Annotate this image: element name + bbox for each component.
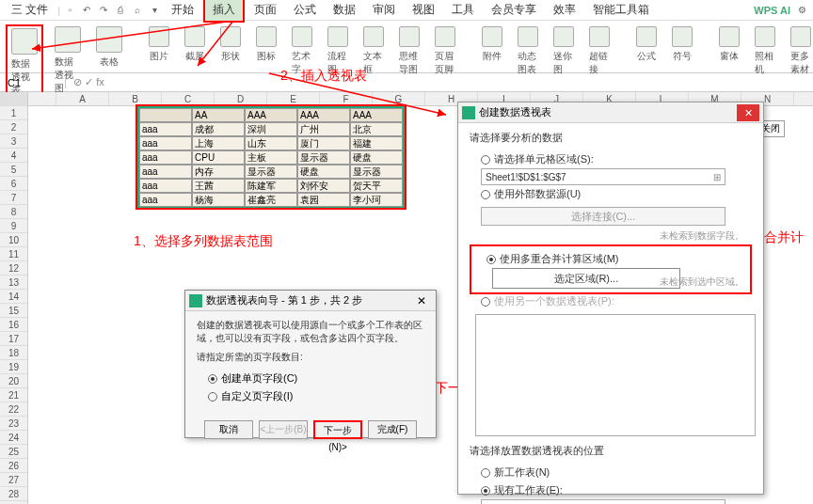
radio-external[interactable] [481, 190, 490, 199]
create-pivot-dialog: 创建数据透视表 ✕ 请选择要分析的数据 请选择单元格区域(S): Sheet1!… [457, 102, 764, 495]
ribbon: 数据透视表 数据透视图 表格 图片 截屏 形状 图标 艺术字 流程图 文本框 思… [0, 21, 813, 73]
shape-button[interactable]: 形状 [216, 24, 245, 65]
icons-button[interactable]: 图标 [252, 24, 280, 65]
row-headers: 1234567891011121314151617181920212223242… [0, 92, 28, 504]
wizard-dialog: 数据透视表向导 - 第 1 步，共 2 步 ✕ 创建的数据透视表可以使用源自一个… [184, 290, 437, 438]
cancel-button[interactable]: 取消 [204, 420, 253, 439]
more-button[interactable]: 更多素材 [787, 24, 813, 78]
dynamic-chart-button[interactable]: 动态图表 [514, 24, 542, 78]
formula-button[interactable]: 公式 [632, 24, 661, 65]
slicer-button[interactable]: 窗体 [715, 24, 743, 65]
select-connection-button[interactable]: 选择连接(C)... [481, 207, 725, 226]
radio-another-pivot [481, 297, 490, 307]
annotation-1: 1、选择多列数据表范围 [134, 233, 273, 250]
tab-formula[interactable]: 公式 [286, 0, 324, 21]
wizard-close[interactable]: ✕ [411, 294, 432, 307]
preview-icon[interactable]: ⌕ [130, 3, 145, 18]
fx-label: ⊘ ✓ fx [66, 76, 112, 88]
sparkline-button[interactable]: 迷你图 [550, 24, 578, 78]
tab-smart[interactable]: 智能工具箱 [585, 0, 657, 21]
pivot-list-area [475, 314, 756, 436]
radio-existing-sheet[interactable] [481, 486, 490, 496]
more-icon[interactable]: ▾ [147, 3, 162, 18]
section-label: 请选择要分析的数据 [470, 131, 752, 145]
tab-review[interactable]: 审阅 [365, 0, 403, 21]
name-box[interactable]: C1 [0, 77, 66, 88]
tab-member[interactable]: 会员专享 [484, 0, 544, 21]
file-menu[interactable]: 三 文件 [4, 0, 56, 21]
wizard-text2: 请指定所需的页字段数目: [197, 351, 424, 364]
next-button[interactable]: 下一步(N)> [313, 420, 362, 439]
close-button[interactable]: ✕ [737, 104, 759, 121]
dialog-icon [462, 106, 475, 119]
menu-bar: 三 文件 | ▫ ↶ ↷ ⎙ ⌕ ▾ 开始 插入 页面 公式 数据 审阅 视图 … [0, 0, 813, 21]
prev-button[interactable]: <上一步(B) [259, 420, 308, 439]
range-picker-icon[interactable]: ⊞ [713, 172, 721, 182]
tab-tools[interactable]: 工具 [444, 0, 482, 21]
screenshot-button[interactable]: 截屏 [181, 24, 209, 65]
select-region-button[interactable]: 选定区域(R)... [492, 268, 680, 289]
tab-data[interactable]: 数据 [326, 0, 363, 21]
data-table: AAAAAAAAAAAaaa成都深圳广州北京aaa上海山东厦门福建aaaCPU主… [137, 106, 405, 209]
pivot-table-button[interactable]: 数据透视表 [6, 24, 43, 101]
wizard-icon [189, 294, 202, 307]
tab-view[interactable]: 视图 [405, 0, 442, 21]
radio-single-page[interactable] [208, 374, 217, 384]
redo-icon[interactable]: ↷ [96, 3, 111, 18]
radio-cell-range[interactable] [481, 155, 490, 165]
symbol-button[interactable]: 符号 [668, 24, 696, 65]
tab-start[interactable]: 开始 [164, 0, 201, 21]
table-button[interactable]: 表格 [92, 24, 126, 71]
attachment-button[interactable]: 附件 [478, 24, 506, 65]
settings-icon[interactable]: ⚙ [794, 3, 809, 18]
wizard-title: 数据透视表向导 - 第 1 步，共 2 步 [206, 293, 362, 307]
radio-new-sheet[interactable] [481, 468, 490, 478]
tab-efficiency[interactable]: 效率 [546, 0, 583, 21]
wizard-text1: 创建的数据透视表可以使用源自一个或多个工作表的区域，也可以没有页字段，或包含多达… [197, 319, 424, 345]
hyperlink-button[interactable]: 超链接 [585, 24, 614, 78]
header-footer-button[interactable]: 页眉页脚 [431, 24, 459, 78]
finish-button[interactable]: 完成(F) [368, 420, 417, 439]
tab-insert[interactable]: 插入 [203, 0, 245, 23]
annotation-2: 2、插入透视表 [280, 68, 367, 85]
mindmap-button[interactable]: 思维导图 [395, 24, 423, 78]
picture-button[interactable]: 图片 [145, 24, 173, 65]
radio-custom-page[interactable] [208, 392, 217, 402]
location-input[interactable]: Sheet1!$C$1⊞ [481, 499, 725, 504]
wps-ai-button[interactable]: WPS AI [754, 5, 790, 16]
dialog-title: 创建数据透视表 [479, 105, 551, 119]
undo-icon[interactable]: ↶ [79, 3, 94, 18]
section2-label: 请选择放置数据透视表的位置 [470, 444, 752, 458]
tab-page[interactable]: 页面 [247, 0, 284, 21]
camera-button[interactable]: 照相机 [751, 24, 779, 78]
radio-multi-consolidate[interactable] [486, 255, 496, 264]
save-icon[interactable]: ▫ [62, 3, 77, 18]
range-input[interactable]: Sheet1!$D$1:$G$7⊞ [481, 168, 725, 185]
print-icon[interactable]: ⎙ [113, 3, 128, 18]
